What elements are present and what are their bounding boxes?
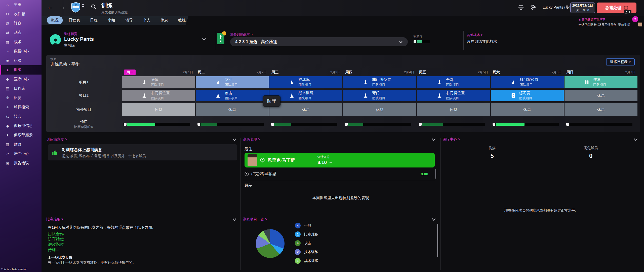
sidebar-item-15[interactable]: ✦俱乐部愿景 — [0, 130, 42, 140]
session-cell[interactable]: 非门将位置团队项目 — [122, 90, 195, 101]
session-subtitle: 团队项目 — [151, 96, 175, 100]
session-title: 非门将位置 — [520, 77, 544, 82]
session-cell[interactable]: 守门团队项目 — [343, 90, 416, 101]
sidebar-item-4[interactable]: ⇄动态 — [0, 28, 42, 37]
session-cell[interactable]: 休息 — [565, 90, 637, 101]
chevron-down-icon[interactable] — [432, 138, 436, 141]
tab-4[interactable]: 小组 — [104, 16, 119, 24]
session-cell[interactable]: 练习赛团队项目 — [491, 90, 564, 101]
game-date-button[interactable]: 2021年2月1日 周一 9:00 — [570, 3, 595, 13]
sidebar-item-13[interactable]: ⇆转会 — [0, 112, 42, 121]
session-text: 非门将位置团队项目 — [151, 91, 175, 100]
session-cell[interactable]: 恢复团队项目 — [565, 76, 637, 88]
tab-6[interactable]: 个人 — [139, 16, 154, 24]
session-cell[interactable]: 非门将位置团队项目 — [343, 76, 416, 88]
injuries-stat[interactable]: 伤病 5 — [443, 146, 542, 159]
scrollbar[interactable] — [437, 224, 438, 257]
session-cell[interactable]: 非门将位置团队项目 — [491, 76, 564, 88]
panel-title-link[interactable]: 医疗中心 > — [443, 137, 640, 142]
tab-7[interactable]: 休息 — [156, 16, 172, 24]
schedule-grid: 周一2月1日周二2月2日周三2月3日周四2月4日周五2月5日周六2月6日周日2月… — [46, 70, 637, 131]
sidebar-item-7[interactable]: ☻职员 — [0, 56, 42, 65]
day-header[interactable]: 周日2月7日 — [565, 70, 637, 75]
tab-3[interactable]: 日程 — [86, 16, 102, 24]
other-tactics-link[interactable]: 其他战术 > — [467, 33, 483, 37]
globe-icon[interactable] — [518, 5, 524, 10]
sidebar-item-11[interactable]: ♛比赛 — [0, 93, 42, 103]
sidebar-item-1[interactable]: ⌂主页 — [0, 0, 42, 9]
panel-title-link[interactable]: 训练表现 > — [243, 137, 438, 142]
day-header[interactable]: 周六2月6日 — [491, 70, 564, 75]
sidebar-item-9[interactable]: ✚医疗中心 — [0, 75, 42, 84]
scrollbar[interactable] — [435, 169, 436, 179]
training-satisfaction-panel: 训练满意度 > 对训练总体上感到满意 尼克·彼雷, 雅各布·布鲁恩·绍普 以及另… — [46, 137, 239, 215]
best-player-card[interactable]: 恩里克·马丁斯 训练评分 8.10 – — [245, 153, 435, 167]
sidebar-item-17[interactable]: ↗培养中心 — [0, 149, 42, 158]
chevron-down-icon[interactable] — [232, 138, 236, 141]
chevron-down-icon[interactable] — [432, 218, 436, 221]
tab-5[interactable]: 辅导 — [121, 16, 137, 24]
tactic-select[interactable]: 4-2-3-1 拉边 - 高位压迫 — [230, 37, 408, 46]
sidebar-item-16[interactable]: ▥财政 — [0, 140, 42, 149]
session-cell[interactable]: 休息 — [565, 103, 637, 116]
training-calendar-button[interactable]: 训练日程表 > — [606, 58, 635, 65]
focus-link[interactable]: 团队合作 — [48, 231, 64, 236]
forward-button[interactable]: → — [59, 3, 66, 11]
chevron-down-icon[interactable] — [634, 138, 638, 141]
chevron-down-icon[interactable] — [232, 218, 236, 221]
panel-title-link[interactable]: 比赛准备 > — [46, 217, 239, 222]
satisfaction-card[interactable]: 对训练总体上感到满意 尼克·彼雷, 雅各布·布鲁恩·绍普 以及另外二十七名球员 — [48, 144, 237, 160]
session-tooltip: 防守 — [263, 95, 280, 107]
sidebar-item-3[interactable]: ▧阵容 — [0, 19, 42, 28]
sidebar-item-14[interactable]: ◆俱乐部信息 — [0, 121, 42, 130]
back-button[interactable]: ← — [47, 3, 54, 11]
gear-icon[interactable] — [530, 5, 536, 10]
sidebar-item-12[interactable]: ⌖球探搜索 — [0, 103, 42, 112]
tab-8[interactable]: 教练 — [174, 16, 190, 24]
team-switcher-spinner[interactable] — [82, 4, 84, 8]
session-cell[interactable]: 休息 — [491, 103, 564, 116]
session-cell[interactable]: 攻击团队项目 — [196, 90, 269, 101]
session-cell[interactable]: 休息 — [196, 103, 269, 116]
sidebar-item-5[interactable]: ▦战术 — [0, 37, 42, 47]
player-rating-row[interactable]: 卢克·格里菲思 8.00 — [245, 169, 435, 178]
session-cell[interactable]: 全部团队项目 — [417, 76, 490, 88]
competitions-icon: ♛ — [5, 96, 10, 100]
sidebar-item-10[interactable]: ▤日程表 — [0, 84, 42, 93]
club-badge-icon[interactable] — [71, 2, 80, 13]
session-cell[interactable]: 防守团队项目 — [196, 76, 269, 88]
day-header[interactable]: 周五2月5日 — [417, 70, 490, 75]
primary-tactic-link[interactable]: 主要训练战术 > — [230, 32, 253, 37]
sidebar-item-8[interactable]: ▲训练 — [0, 65, 42, 75]
session-title: 休息 — [524, 107, 531, 112]
search-icon[interactable] — [91, 4, 97, 10]
sidebar-item-2[interactable]: ✉收件箱 — [0, 9, 42, 19]
day-header[interactable]: 周二2月2日 — [196, 70, 269, 75]
risk-stat[interactable]: 高危球员 0 — [542, 146, 640, 159]
focus-link[interactable]: 防守站位 — [48, 236, 64, 242]
day-header[interactable]: 周四2月4日 — [343, 70, 416, 75]
focus-link[interactable]: 传球... — [48, 247, 64, 252]
session-cell[interactable]: 非门将位置团队项目 — [417, 90, 490, 101]
legend-item: 2技术训练 — [295, 249, 318, 255]
session-cell[interactable]: 身体团队项目 — [122, 76, 195, 88]
chevron-down-icon[interactable] — [202, 38, 206, 40]
sidebar-item-18[interactable]: ◉报告错误 — [0, 158, 42, 168]
tab-2[interactable]: 日程表 — [65, 16, 84, 24]
session-cell[interactable]: 休息 — [122, 103, 195, 116]
session-cell[interactable]: 休息 — [343, 103, 416, 116]
player-head-icon — [260, 158, 265, 162]
day-header[interactable]: 周一2月1日 — [122, 70, 195, 75]
focus-link[interactable]: 进攻跑位 — [48, 242, 64, 247]
divider — [440, 138, 441, 270]
sidebar-item-6[interactable]: ◔数据中心 — [0, 47, 42, 56]
panel-title-link[interactable]: 训练满意度 > — [46, 137, 239, 142]
day-header[interactable]: 周三2月3日 — [269, 70, 342, 75]
session-cell[interactable]: 休息 — [417, 103, 490, 116]
legend-count-badge: 1 — [295, 231, 301, 237]
session-cell[interactable]: 控球率团队项目 — [269, 76, 342, 88]
tab-1[interactable]: 概况 — [47, 16, 63, 24]
day-name: 周三 — [271, 70, 278, 75]
panel-title-link[interactable]: 训练项目一览 > — [243, 217, 438, 222]
legend-item: 4一般 — [295, 223, 318, 228]
